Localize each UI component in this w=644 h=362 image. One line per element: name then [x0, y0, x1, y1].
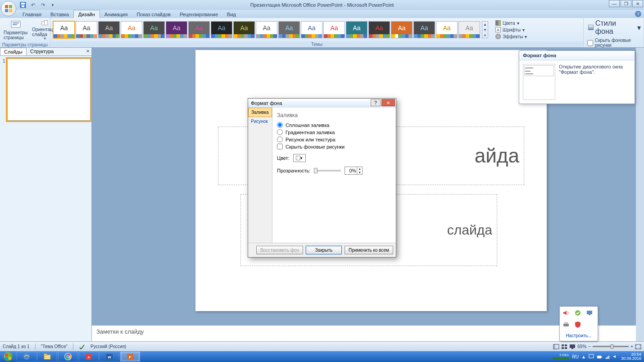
- notes-pane[interactable]: Заметки к слайду: [92, 325, 636, 341]
- network-speed-widget[interactable]: 5 KB/s: [552, 353, 570, 360]
- checkbox-hide-bg[interactable]: [277, 144, 283, 149]
- start-button[interactable]: [0, 351, 16, 362]
- zoom-percent[interactable]: 69%: [577, 344, 586, 349]
- dialog-close-button[interactable]: ✕: [381, 99, 395, 106]
- theme-thumb[interactable]: Aa: [278, 21, 300, 38]
- theme-thumb[interactable]: Aa: [436, 21, 458, 38]
- taskbar-powerpoint[interactable]: P: [120, 352, 140, 362]
- theme-thumb[interactable]: Aa: [188, 21, 210, 38]
- theme-thumb[interactable]: Aa: [391, 21, 413, 38]
- tab-home[interactable]: Главная: [18, 10, 46, 18]
- tab-slideshow[interactable]: Показ слайдов: [132, 10, 175, 18]
- taskbar-ie[interactable]: [17, 352, 36, 362]
- dialog-titlebar[interactable]: Формат фона ? ✕: [248, 99, 396, 108]
- tray-customize-link[interactable]: Настроить...: [562, 331, 595, 338]
- close-pane-icon[interactable]: ✕: [86, 49, 90, 54]
- fonts-label: Шрифты: [503, 27, 521, 32]
- undo-icon[interactable]: ↶: [29, 1, 37, 9]
- tab-animation[interactable]: Анимация: [100, 10, 132, 18]
- page-setup-button[interactable]: Параметры страницы: [2, 19, 29, 41]
- office-button[interactable]: [1, 1, 16, 16]
- theme-thumb[interactable]: Aa: [458, 21, 480, 38]
- close-window-button[interactable]: ✕: [632, 0, 643, 7]
- spellcheck-icon[interactable]: [79, 344, 85, 349]
- theme-thumb[interactable]: Aa: [256, 21, 277, 38]
- view-sorter-icon[interactable]: [561, 344, 567, 349]
- theme-thumb[interactable]: Aa: [53, 21, 75, 38]
- theme-thumb[interactable]: Aa: [413, 21, 435, 38]
- update-icon[interactable]: [574, 309, 581, 317]
- tab-outline[interactable]: Структура: [27, 48, 57, 55]
- minimize-button[interactable]: —: [609, 0, 620, 7]
- tab-design[interactable]: Дизайн: [73, 10, 100, 18]
- theme-thumb[interactable]: Aa: [211, 21, 232, 38]
- close-dialog-button[interactable]: Закрыть: [306, 246, 342, 254]
- volume-icon[interactable]: [562, 309, 570, 317]
- tray-volume-icon[interactable]: [613, 354, 618, 359]
- tray-action-center-icon[interactable]: [589, 354, 594, 359]
- redo-icon[interactable]: ↷: [39, 1, 47, 9]
- theme-thumb[interactable]: Aa: [323, 21, 345, 38]
- label-picture-fill: Рисунок или текстура: [286, 137, 336, 142]
- tray-power-icon[interactable]: [597, 354, 602, 359]
- zoom-out-icon[interactable]: −: [588, 344, 591, 349]
- theme-thumb[interactable]: Aa: [301, 21, 322, 38]
- theme-thumb[interactable]: Aa: [121, 21, 142, 38]
- restore-button[interactable]: ❐: [621, 0, 631, 7]
- taskbar-chrome[interactable]: [58, 352, 78, 362]
- taskbar-pdf[interactable]: A: [79, 352, 99, 362]
- save-icon[interactable]: [19, 1, 27, 9]
- zoom-slider[interactable]: [593, 346, 629, 347]
- radio-gradient-fill[interactable]: [277, 129, 283, 135]
- spin-up-icon[interactable]: ▲: [357, 167, 362, 171]
- view-slideshow-icon[interactable]: [569, 344, 576, 349]
- shield-icon[interactable]: [574, 321, 581, 328]
- radio-solid-fill[interactable]: [277, 122, 283, 128]
- taskbar-explorer[interactable]: [37, 352, 57, 362]
- transparency-slider[interactable]: [314, 170, 341, 172]
- theme-thumb[interactable]: Aa: [143, 21, 165, 38]
- svg-text:P: P: [129, 355, 132, 359]
- taskbar-word[interactable]: W: [100, 352, 119, 362]
- help-icon[interactable]: ?: [635, 11, 641, 17]
- fit-window-icon[interactable]: [635, 344, 641, 349]
- view-normal-icon[interactable]: [553, 344, 559, 349]
- theme-thumb[interactable]: Aa: [233, 21, 255, 38]
- theme-fonts-button[interactable]: AШрифты ▾: [494, 27, 528, 33]
- tab-insert[interactable]: Вставка: [46, 10, 73, 18]
- svg-rect-23: [570, 344, 575, 348]
- theme-thumb[interactable]: Aa: [368, 21, 390, 38]
- hide-bg-checkbox[interactable]: Скрыть фоновые рисунки: [587, 38, 642, 48]
- tray-network-icon[interactable]: [605, 354, 610, 359]
- sync-icon[interactable]: [586, 309, 593, 317]
- theme-thumb[interactable]: Aa: [346, 21, 367, 38]
- nav-fill[interactable]: Заливка: [248, 108, 272, 117]
- apply-all-button[interactable]: Применить ко всем: [345, 246, 393, 254]
- theme-thumb[interactable]: Aa: [76, 21, 97, 38]
- radio-picture-fill[interactable]: [277, 136, 283, 142]
- theme-thumb[interactable]: Aa: [166, 21, 187, 38]
- tray-language[interactable]: RU: [572, 354, 579, 359]
- transparency-input[interactable]: [345, 167, 357, 174]
- qat-more-icon[interactable]: ▼: [49, 1, 57, 9]
- transparency-spinner[interactable]: ▲▼: [345, 167, 363, 175]
- tab-view[interactable]: Вид: [222, 10, 240, 18]
- slide-thumbnail[interactable]: [7, 59, 91, 121]
- zoom-in-icon[interactable]: +: [630, 344, 633, 349]
- dialog-help-button[interactable]: ?: [371, 99, 381, 106]
- printer-icon[interactable]: [562, 321, 570, 328]
- nav-picture[interactable]: Рисунок: [248, 117, 272, 126]
- tray-overflow-icon[interactable]: ▲: [581, 354, 586, 359]
- reset-background-button[interactable]: Восстановить фон: [256, 246, 303, 254]
- tab-review[interactable]: Рецензирование: [175, 10, 222, 18]
- background-styles-button[interactable]: Стили фона ▾: [587, 19, 642, 36]
- theme-thumb[interactable]: Aa: [98, 21, 120, 38]
- vertical-scrollbar[interactable]: [636, 48, 644, 341]
- theme-effects-button[interactable]: Эффекты ▾: [494, 33, 528, 40]
- tray-clock[interactable]: 20:5430.09.2016: [621, 353, 641, 361]
- theme-colors-button[interactable]: Цвета ▾: [494, 20, 528, 26]
- spin-down-icon[interactable]: ▼: [357, 171, 362, 174]
- color-picker-button[interactable]: ▾: [293, 154, 306, 162]
- theme-gallery-more[interactable]: ▲▼▾: [482, 21, 488, 38]
- tab-slides[interactable]: Слайды: [0, 48, 27, 55]
